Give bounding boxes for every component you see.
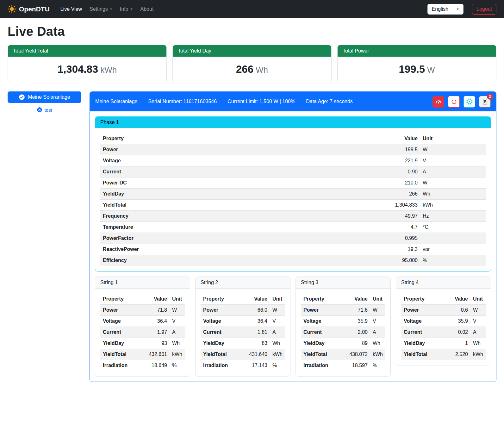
string-2-table: Property Value Unit Power66.0WVoltage36.… [201, 294, 285, 371]
row-property: Current [401, 327, 450, 338]
nav-item-live-view[interactable]: Live View [57, 4, 86, 15]
power-button[interactable] [448, 96, 460, 108]
nav-links: Live View Settings Info About [57, 4, 158, 15]
card-title: Total Yield Day [173, 45, 331, 57]
table-row: Power DC210.0W [100, 178, 486, 189]
row-value: 71.8 [146, 305, 170, 316]
sidebar-item-test[interactable]: test [8, 107, 81, 113]
table-row: Irradiation18.597% [301, 360, 385, 371]
row-value: 66.0 [246, 305, 270, 316]
row-property: Frequency [100, 211, 385, 222]
language-select[interactable]: English [427, 4, 464, 15]
string-title: String 3 [296, 277, 390, 289]
row-value: 438.072 [347, 349, 370, 360]
table-row: YieldDay93Wh [100, 338, 185, 349]
row-property: Current [100, 327, 146, 338]
table-row: YieldTotal438.072kWh [301, 349, 385, 360]
row-unit: A [270, 327, 285, 338]
nav-item-label: Info [120, 6, 128, 12]
inverter-serial: Serial Number: 116171603546 [148, 99, 217, 104]
table-row: YieldDay89Wh [301, 338, 385, 349]
inverter-data-age: Data Age: 7 seconds [306, 99, 353, 104]
cpu-icon [466, 98, 473, 105]
row-property: Irradiation [301, 360, 347, 371]
card-unit: kWh [100, 65, 117, 75]
column-header-value: Value [347, 294, 370, 305]
x-circle-icon [37, 107, 42, 113]
row-unit: % [270, 360, 285, 371]
inverter-limit: Current Limit: 1,500 W | 100% [227, 99, 295, 104]
table-header-row: Property Value Unit [100, 294, 185, 305]
row-property: Power [201, 305, 246, 316]
row-property: ReactivePower [100, 244, 385, 255]
row-unit: W [420, 144, 486, 155]
column-header-unit: Unit [170, 294, 185, 305]
device-info-button[interactable] [464, 96, 475, 108]
row-value: 221.9 [385, 155, 420, 166]
power-icon [451, 98, 457, 105]
row-unit: V [170, 316, 185, 327]
nav-item-about[interactable]: About [137, 4, 158, 15]
event-count-badge: 2 [487, 94, 493, 100]
summary-cards: Total Yield Total 1,304.83kWh Total Yiel… [8, 45, 496, 82]
inverter-select-button[interactable]: Meine Solaranlage [8, 91, 81, 103]
row-value: 0.90 [385, 166, 420, 178]
inverter-select-label: Meine Solaranlage [28, 94, 70, 100]
row-property: Power [100, 144, 385, 155]
limit-settings-button[interactable] [432, 96, 444, 108]
row-value: 18.597 [347, 360, 370, 371]
row-unit [420, 233, 486, 244]
nav-item-info[interactable]: Info [116, 4, 137, 15]
table-row: Current2.00A [301, 327, 385, 338]
nav-item-label: About [140, 6, 154, 12]
row-unit: var [420, 244, 486, 255]
string-1-table: Property Value Unit Power71.8WVoltage36.… [100, 294, 185, 371]
nav-item-settings[interactable]: Settings [86, 4, 116, 15]
table-row: YieldTotal2.520kWh [401, 349, 486, 360]
card-value: 1,304.83 [58, 63, 98, 75]
row-property: YieldDay [100, 189, 385, 200]
table-row: Current1.97A [100, 327, 185, 338]
row-property: Irradiation [201, 360, 246, 371]
row-value: 18.649 [146, 360, 170, 371]
row-unit: W [470, 305, 486, 316]
column-header-property: Property [100, 294, 146, 305]
row-property: PowerFactor [100, 233, 385, 244]
row-value: 266 [385, 189, 420, 200]
row-property: YieldTotal [100, 200, 385, 211]
row-unit: A [420, 166, 486, 178]
column-header-property: Property [401, 294, 450, 305]
brand[interactable]: OpenDTU [8, 5, 50, 13]
brand-label: OpenDTU [19, 5, 50, 13]
row-property: Power [401, 305, 450, 316]
row-unit: A [370, 327, 385, 338]
nav-item-label: Settings [90, 6, 108, 12]
table-row: Power66.0W [201, 305, 285, 316]
table-row: YieldDay266Wh [100, 189, 486, 200]
phase-1-card: Phase 1 Property Value Unit Power199.5WV… [95, 116, 491, 271]
row-property: Power [100, 305, 146, 316]
inverter-name: Meine Solaranlage [95, 99, 137, 104]
row-property: Current [100, 166, 385, 178]
event-log-button[interactable]: 2 [479, 96, 491, 108]
table-row: Voltage35.9V [401, 316, 486, 327]
sidebar-item-label: test [44, 107, 52, 113]
row-value: 49.97 [385, 211, 420, 222]
table-row: Temperature4.7°C [100, 222, 486, 233]
row-value: 1.97 [146, 327, 170, 338]
logout-button[interactable]: Logout [472, 4, 496, 15]
row-unit: Wh [470, 338, 486, 349]
card-title: Total Yield Total [8, 45, 166, 57]
table-row: Current1.81A [201, 327, 285, 338]
column-header-unit: Unit [420, 133, 486, 144]
row-value: 2.520 [450, 349, 470, 360]
row-property: YieldDay [100, 338, 146, 349]
phase-title: Phase 1 [95, 117, 491, 128]
row-value: 89 [347, 338, 370, 349]
table-header-row: Property Value Unit [301, 294, 385, 305]
chevron-down-icon [457, 9, 459, 10]
table-row: Frequency49.97Hz [100, 211, 486, 222]
row-value: 35.9 [347, 316, 370, 327]
row-value: 0.995 [385, 233, 420, 244]
table-row: YieldTotal1,304.833kWh [100, 200, 486, 211]
